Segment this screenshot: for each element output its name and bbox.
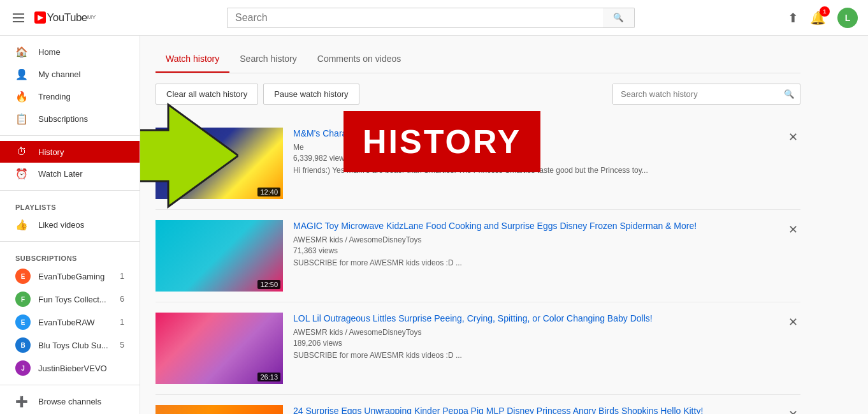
hamburger-menu[interactable] bbox=[10, 11, 27, 25]
content-inner: Watch history Search history Comments on… bbox=[140, 36, 816, 414]
upload-button[interactable]: ⬆ bbox=[788, 10, 799, 26]
search-history-input[interactable] bbox=[613, 84, 779, 104]
sidebar-item-browse-channels[interactable]: ➕ Browse channels bbox=[0, 390, 140, 413]
sub-item-blu-toys-club[interactable]: B Blu Toys Club Su... 5 bbox=[0, 334, 140, 357]
video-channel-2: AWESMR kids / AwesomeDisneyToys bbox=[293, 235, 800, 244]
sub-avatar-fun-toys-collect: F bbox=[15, 292, 31, 307]
remove-video-3-button[interactable]: ✕ bbox=[786, 313, 800, 332]
sub-name-evan-tube-gaming: EvanTubeGaming bbox=[38, 272, 112, 281]
browse-channels-icon: ➕ bbox=[15, 396, 28, 408]
trending-icon: 🔥 bbox=[15, 91, 28, 103]
sub-name-justin-bieber-vevo: JustinBieberVEVO bbox=[38, 364, 117, 373]
sidebar-label-my-channel: My channel bbox=[38, 70, 80, 79]
subscriptions-section-label: SUBSCRIPTIONS bbox=[0, 247, 140, 265]
search-history-button[interactable]: 🔍 bbox=[779, 89, 800, 99]
sidebar: 🏠 Home 👤 My channel 🔥 Trending 📋 Subscri… bbox=[0, 36, 140, 414]
sidebar-item-subscriptions[interactable]: 📋 Subscriptions bbox=[0, 108, 140, 130]
remove-video-1-button[interactable]: ✕ bbox=[786, 128, 800, 147]
video-info-4: 24 Surprise Eggs Unwrapping Kinder Peppa… bbox=[293, 405, 800, 414]
video-duration-2: 12:50 bbox=[257, 280, 280, 289]
video-item-2: 12:50 MAGIC Toy Microwave KidzLane Food … bbox=[156, 210, 800, 302]
remove-video-4-button[interactable]: ✕ bbox=[786, 405, 800, 414]
sidebar-item-liked-videos[interactable]: 👍 Liked videos bbox=[0, 214, 140, 236]
playlists-section-label: PLAYLISTS bbox=[0, 196, 140, 214]
liked-videos-icon: 👍 bbox=[15, 219, 28, 231]
main-area: 🏠 Home 👤 My channel 🔥 Trending 📋 Subscri… bbox=[0, 36, 868, 414]
sidebar-item-trending[interactable]: 🔥 Trending bbox=[0, 85, 140, 108]
video-duration-3: 26:13 bbox=[257, 373, 280, 381]
video-item-1: 12:40 M&M's Character Bounce Me 6,339,98… bbox=[156, 117, 800, 210]
video-channel-3: AWESMR kids / AwesomeDisneyToys bbox=[293, 328, 800, 337]
video-item-4: 15:22 24 Surprise Eggs Unwrapping Kinder… bbox=[156, 395, 800, 414]
sub-item-evan-tube-raw[interactable]: E EvanTubeRAW 1 bbox=[0, 311, 140, 334]
sub-count-evan-tube-raw: 1 bbox=[120, 318, 124, 327]
watch-later-icon: ⏰ bbox=[15, 168, 28, 180]
notifications-button[interactable]: 🔔 1 bbox=[810, 10, 826, 26]
user-avatar[interactable]: L bbox=[837, 8, 858, 28]
tabs-bar: Watch history Search history Comments on… bbox=[156, 46, 800, 73]
topbar: ▶ YouTube MY 🔍 ⬆ 🔔 1 L bbox=[0, 0, 868, 36]
sidebar-item-home[interactable]: 🏠 Home bbox=[0, 41, 140, 63]
search-input[interactable] bbox=[227, 8, 603, 28]
clear-history-button[interactable]: Clear all watch history bbox=[156, 84, 258, 105]
notification-badge: 1 bbox=[820, 6, 830, 17]
sidebar-label-history: History bbox=[38, 147, 64, 157]
sub-name-blu-toys-club: Blu Toys Club Su... bbox=[38, 341, 112, 350]
video-item-3: 26:13 LOL Lil Outrageous Littles Surpris… bbox=[156, 302, 800, 395]
video-channel-1: Me bbox=[293, 143, 800, 152]
video-title-1[interactable]: M&M's Character Bounce bbox=[293, 128, 800, 140]
search-bar: 🔍 bbox=[227, 8, 635, 28]
video-duration-1: 12:40 bbox=[257, 188, 280, 196]
video-title-4[interactable]: 24 Surprise Eggs Unwrapping Kinder Peppa… bbox=[293, 405, 800, 414]
sidebar-label-browse-channels: Browse channels bbox=[38, 397, 101, 406]
video-desc-3: SUBSCRIBE for more AWESMR kids videos :D… bbox=[293, 350, 800, 361]
yt-logo-icon: ▶ bbox=[34, 11, 46, 24]
subscriptions-icon: 📋 bbox=[15, 113, 28, 125]
pause-history-button[interactable]: Pause watch history bbox=[263, 84, 359, 105]
sidebar-label-watch-later: Watch Later bbox=[38, 169, 83, 179]
sub-count-evan-tube-gaming: 1 bbox=[120, 272, 124, 281]
video-thumb-1[interactable]: 12:40 bbox=[156, 128, 283, 199]
my-channel-icon: 👤 bbox=[15, 68, 28, 80]
sidebar-item-watch-later[interactable]: ⏰ Watch Later bbox=[0, 163, 140, 185]
video-views-3: 189,206 views bbox=[293, 339, 800, 348]
sub-avatar-justin-bieber-vevo: J bbox=[15, 360, 31, 376]
sub-avatar-evan-tube-raw: E bbox=[15, 314, 31, 330]
video-views-1: 6,339,982 views bbox=[293, 154, 800, 163]
video-desc-1: Hi friends:) Yes M&M's are better than S… bbox=[293, 165, 800, 176]
video-thumb-3[interactable]: 26:13 bbox=[156, 313, 283, 384]
sub-name-evan-tube-raw: EvanTubeRAW bbox=[38, 318, 112, 327]
history-icon: ⏱ bbox=[15, 146, 28, 158]
content-area: Watch history Search history Comments on… bbox=[140, 36, 868, 414]
topbar-left: ▶ YouTube MY bbox=[10, 11, 150, 25]
sidebar-item-history[interactable]: ⏱ History bbox=[0, 141, 140, 163]
video-title-3[interactable]: LOL Lil Outrageous Littles Surprise Peei… bbox=[293, 313, 800, 325]
video-list: HISTORY 12:40 M&M's Character Bounce Me … bbox=[156, 117, 800, 414]
actions-bar: Clear all watch history Pause watch hist… bbox=[156, 84, 800, 105]
tab-search-history[interactable]: Search history bbox=[229, 46, 307, 73]
sub-count-fun-toys-collect: 6 bbox=[120, 295, 124, 304]
sidebar-label-trending: Trending bbox=[38, 92, 71, 101]
search-history-wrap: 🔍 bbox=[612, 84, 800, 105]
tab-comments-on-videos[interactable]: Comments on videos bbox=[307, 46, 412, 73]
remove-video-2-button[interactable]: ✕ bbox=[786, 220, 800, 239]
yt-logo-country: MY bbox=[87, 14, 96, 20]
sidebar-item-my-channel[interactable]: 👤 My channel bbox=[0, 63, 140, 85]
search-button[interactable]: 🔍 bbox=[603, 8, 635, 28]
sub-name-fun-toys-collect: Fun Toys Collect... bbox=[38, 295, 112, 304]
topbar-right: ⬆ 🔔 1 L bbox=[788, 8, 858, 28]
video-info-1: M&M's Character Bounce Me 6,339,982 view… bbox=[293, 128, 800, 175]
sub-item-fun-toys-collect[interactable]: F Fun Toys Collect... 6 bbox=[0, 288, 140, 311]
search-icon: 🔍 bbox=[613, 13, 624, 22]
tab-watch-history[interactable]: Watch history bbox=[156, 46, 229, 73]
video-desc-2: SUBSCRIBE for more AWESMR kids videos :D… bbox=[293, 258, 800, 269]
video-thumb-2[interactable]: 12:50 bbox=[156, 220, 283, 292]
video-title-2[interactable]: MAGIC Toy Microwave KidzLane Food Cookin… bbox=[293, 220, 800, 233]
sub-item-evan-tube-gaming[interactable]: E EvanTubeGaming 1 bbox=[0, 265, 140, 288]
youtube-logo[interactable]: ▶ YouTube MY bbox=[34, 11, 96, 24]
video-thumb-4[interactable]: 15:22 bbox=[156, 405, 283, 414]
video-thumbnail-4 bbox=[156, 405, 283, 414]
sub-item-justin-bieber-vevo[interactable]: J JustinBieberVEVO bbox=[0, 357, 140, 380]
video-views-2: 71,363 views bbox=[293, 246, 800, 255]
app-container: ▶ YouTube MY 🔍 ⬆ 🔔 1 L bbox=[0, 0, 868, 414]
